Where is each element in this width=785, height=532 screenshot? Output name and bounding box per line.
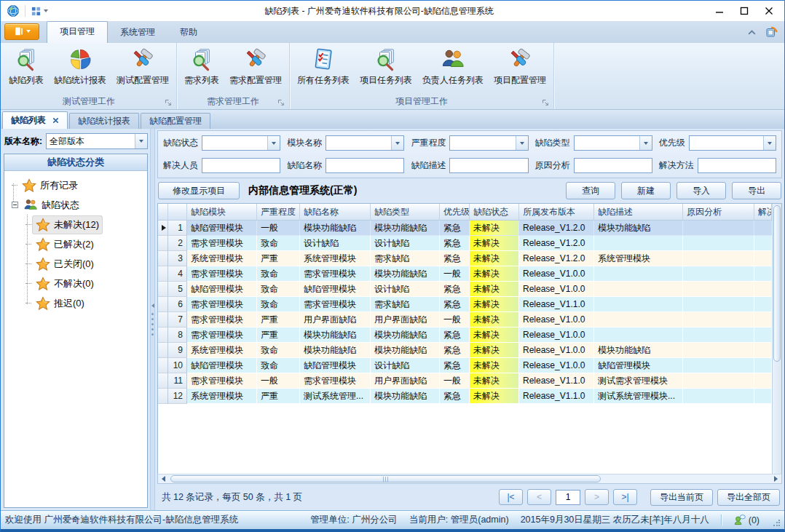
- filter-defect-type-select[interactable]: [574, 135, 652, 151]
- filter-defect-name-input[interactable]: [326, 158, 404, 173]
- filter-defect-status-select[interactable]: [202, 135, 280, 151]
- filter-module-name-select[interactable]: [326, 135, 404, 151]
- maximize-button[interactable]: [732, 3, 757, 19]
- ribbon-button-defect-list[interactable]: 缺陷列表: [4, 45, 49, 88]
- version-select[interactable]: 全部版本: [46, 133, 148, 149]
- filter-severity-value[interactable]: [450, 136, 515, 150]
- ribbon-button-all-tasks[interactable]: 所有任务列表: [292, 45, 355, 88]
- chevron-down-icon[interactable]: [391, 136, 403, 150]
- filter-solution-value[interactable]: [698, 159, 776, 172]
- scroll-right-icon[interactable]: [770, 475, 781, 483]
- chevron-down-icon[interactable]: [516, 136, 528, 150]
- filter-severity-select[interactable]: [449, 135, 528, 151]
- import-button[interactable]: 导入: [676, 182, 726, 199]
- column-header-severity[interactable]: 严重程度: [257, 204, 300, 220]
- tree-item-wont-fix[interactable]: 不解决(0): [7, 274, 146, 293]
- column-header-solution[interactable]: 解决方法: [754, 204, 772, 220]
- tree-item-unresolved[interactable]: 未解决(12): [7, 215, 146, 234]
- column-header-status[interactable]: 缺陷状态: [470, 204, 519, 220]
- ribbon-tab-project-management[interactable]: 项目管理: [47, 21, 108, 43]
- column-header-module[interactable]: 缺陷模块: [187, 204, 257, 220]
- scroll-left-icon[interactable]: [158, 475, 169, 483]
- doc-tab-defect-stats-report[interactable]: 缺陷统计报表: [69, 113, 139, 129]
- dialog-launcher-icon[interactable]: [542, 99, 549, 106]
- ribbon-tab-system-management[interactable]: 系统管理: [108, 23, 167, 43]
- vertical-scrollbar[interactable]: [772, 204, 781, 474]
- table-row[interactable]: 9系统管理模块致命模块功能缺陷模块功能缺陷紧急未解决Release_V1.0.0…: [158, 343, 772, 358]
- filter-defect-status-value[interactable]: [202, 136, 267, 150]
- column-header-release[interactable]: 所属发布版本: [519, 204, 594, 220]
- filter-priority-select[interactable]: [689, 135, 776, 151]
- table-row[interactable]: 11需求管理模块一般需求管理模块用户界面缺陷一般未解决Release_V1.1.…: [158, 373, 772, 389]
- close-icon[interactable]: [52, 117, 59, 124]
- table-row[interactable]: 10缺陷管理模块致命缺陷管理模块设计缺陷紧急未解决Release_V1.0.0缺…: [158, 358, 772, 373]
- column-header-type[interactable]: 缺陷类型: [371, 204, 440, 220]
- quick-access-grid-icon[interactable]: [28, 6, 51, 17]
- column-header-priority[interactable]: 优先级: [440, 204, 470, 220]
- filter-priority-value[interactable]: [690, 136, 763, 150]
- chevron-down-icon[interactable]: [135, 134, 147, 148]
- prev-page-button[interactable]: <: [527, 489, 551, 505]
- filter-solution-input[interactable]: [698, 158, 776, 173]
- ribbon-collapse-icon[interactable]: [747, 29, 757, 36]
- ribbon-button-project-config[interactable]: 项目配置管理: [489, 45, 551, 88]
- new-button[interactable]: 新建: [621, 182, 671, 199]
- table-row[interactable]: 2需求管理模块致命设计缺陷设计缺陷紧急未解决Release_V1.2.0: [158, 236, 772, 251]
- column-header-desc[interactable]: 缺陷描述: [594, 204, 683, 220]
- column-header-name[interactable]: 缺陷名称: [300, 204, 371, 220]
- ribbon-button-requirement-config[interactable]: 需求配置管理: [224, 45, 287, 88]
- table-row[interactable]: 5缺陷管理模块致命缺陷管理模块设计缺陷紧急未解决Release_V1.0.0: [158, 282, 772, 297]
- tree-item-all-records[interactable]: 所有记录: [7, 175, 146, 195]
- table-row[interactable]: 1缺陷管理模块一般模块功能缺陷模块功能缺陷紧急未解决Release_V1.2.0…: [158, 221, 772, 236]
- export-all-pages-button[interactable]: 导出全部页: [717, 489, 780, 506]
- filter-resolver-value[interactable]: [202, 159, 280, 172]
- doc-tab-defect-config[interactable]: 缺陷配置管理: [141, 113, 210, 129]
- chevron-down-icon[interactable]: [267, 136, 280, 150]
- ribbon-help-icon[interactable]: [765, 25, 778, 39]
- tree-item-defect-status[interactable]: 缺陷状态: [7, 195, 146, 215]
- filter-module-name-value[interactable]: [326, 136, 391, 150]
- ribbon-button-requirement-list[interactable]: 需求列表: [179, 45, 224, 88]
- next-page-button[interactable]: >: [585, 489, 609, 505]
- ribbon-tab-help[interactable]: 帮助: [167, 23, 210, 43]
- ribbon-button-defect-stats-report[interactable]: 缺陷统计报表: [49, 45, 111, 88]
- column-header-analysis[interactable]: 原因分析: [683, 204, 754, 220]
- table-row[interactable]: 7需求管理模块严重用户界面缺陷用户界面缺陷一般未解决Release_V1.0.0: [158, 312, 772, 327]
- query-button[interactable]: 查询: [566, 182, 615, 199]
- export-current-page-button[interactable]: 导出当前页: [650, 489, 713, 506]
- ribbon-button-owner-tasks[interactable]: 负责人任务列表: [417, 45, 489, 88]
- tree-item-closed[interactable]: 已关闭(0): [7, 254, 146, 274]
- resize-grip[interactable]: [773, 520, 780, 527]
- filter-defect-type-value[interactable]: [575, 136, 639, 150]
- minimize-button[interactable]: [707, 3, 732, 19]
- tree-collapse-toggle[interactable]: [12, 202, 18, 208]
- page-number-input[interactable]: [556, 490, 580, 505]
- table-row[interactable]: 12系统管理模块严重测试系统管理...模块功能缺陷紧急未解决Release_V1…: [158, 389, 772, 404]
- tree-item-postponed[interactable]: 推迟(0): [7, 293, 146, 313]
- filter-defect-desc-value[interactable]: [450, 159, 527, 172]
- filter-cause-analysis-input[interactable]: [574, 158, 652, 173]
- splitter-handle[interactable]: [150, 129, 155, 510]
- filter-defect-name-value[interactable]: [326, 159, 403, 172]
- filter-cause-analysis-value[interactable]: [575, 159, 652, 172]
- filter-resolver-input[interactable]: [202, 158, 280, 173]
- app-menu-button[interactable]: [4, 23, 39, 40]
- doc-tab-defect-list[interactable]: 缺陷列表: [2, 111, 68, 129]
- table-row[interactable]: 8需求管理模块严重模块功能缺陷模块功能缺陷紧急未解决Release_V1.0.0: [158, 327, 772, 343]
- horizontal-scrollbar-thumb[interactable]: [170, 475, 601, 483]
- horizontal-scrollbar[interactable]: [157, 474, 782, 484]
- modify-columns-button[interactable]: 修改显示项目: [158, 182, 240, 199]
- first-page-button[interactable]: |<: [499, 489, 523, 505]
- tree-item-resolved[interactable]: 已解决(2): [7, 234, 146, 254]
- statusbar-messages[interactable]: (0): [733, 514, 760, 526]
- export-button[interactable]: 导出: [732, 182, 781, 199]
- close-button[interactable]: [757, 3, 781, 19]
- table-row[interactable]: 3系统管理模块严重系统管理模块需求缺陷紧急未解决Release_V1.2.0系统…: [158, 251, 772, 266]
- ribbon-button-test-config[interactable]: 测试配置管理: [111, 45, 174, 88]
- ribbon-button-project-tasks[interactable]: 项目任务列表: [355, 45, 417, 88]
- filter-defect-desc-input[interactable]: [449, 158, 528, 173]
- dialog-launcher-icon[interactable]: [165, 99, 172, 106]
- chevron-down-icon[interactable]: [639, 136, 652, 150]
- last-page-button[interactable]: >|: [613, 489, 637, 505]
- table-row[interactable]: 6需求管理模块致命需求管理模块需求缺陷紧急未解决Release_V1.1.0: [158, 297, 772, 312]
